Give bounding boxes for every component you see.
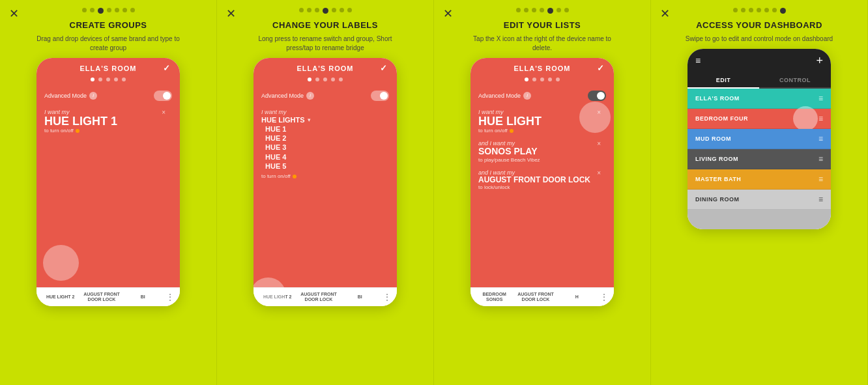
device-sub-1: to turn on/off — [44, 128, 172, 134]
device-block-3b: and I want my SONOS PLAY to play/pause B… — [478, 140, 606, 162]
room-item-living[interactable]: LIVING ROOM ≡ — [687, 149, 831, 169]
info-icon-3[interactable]: i — [523, 92, 531, 100]
phone-dot — [122, 78, 126, 81]
more-icon-1[interactable]: ⋮ — [166, 292, 175, 302]
toggle-knob-2 — [380, 92, 388, 100]
dot — [130, 8, 135, 12]
phone-nav-dots-3 — [470, 78, 614, 85]
i-want-my-2: I want my — [261, 109, 389, 115]
more-icon-2[interactable]: ⋮ — [383, 292, 392, 302]
status-dot-1 — [76, 129, 80, 133]
close-icon-3[interactable]: ✕ — [443, 7, 453, 21]
phone-dot — [525, 78, 528, 81]
room-menu-master[interactable]: ≡ — [818, 175, 823, 184]
phone-nav-dots-1 — [36, 78, 180, 85]
dashboard-phone: ≡ + EDIT CONTROL ELLA'S ROOM ≡ BEDROOM F… — [687, 49, 831, 229]
check-icon-2[interactable]: ✓ — [380, 63, 388, 73]
footer-item-3: BI — [124, 294, 162, 300]
room-label-bedroom: BEDROOM FOUR — [695, 115, 748, 122]
phone-dot — [556, 78, 560, 81]
phone-mockup-1: ELLA'S ROOM ✓ Advanced Mode i I want my — [36, 58, 180, 307]
tab-edit[interactable]: EDIT — [687, 73, 759, 89]
phone-dot — [91, 78, 94, 81]
dot — [82, 8, 87, 12]
more-icon-3[interactable]: ⋮ — [600, 292, 609, 302]
status-dot-2 — [293, 175, 297, 178]
footer-item-7: BEDROOM SONOS — [476, 292, 513, 303]
phone-dot — [315, 78, 319, 81]
room-label-living: LIVING ROOM — [695, 156, 738, 162]
phone-body-3: Advanced Mode i I want my HUE LIGHT to t… — [470, 85, 614, 287]
group-item-hue2: HUE 2 — [265, 134, 389, 143]
dash-tabs: EDIT CONTROL — [687, 73, 831, 89]
toggle-knob-3 — [597, 92, 605, 100]
tab-control[interactable]: CONTROL — [759, 73, 831, 87]
advanced-toggle-3[interactable] — [588, 91, 606, 101]
room-item-ellas[interactable]: ELLA'S ROOM ≡ — [687, 89, 831, 109]
dot — [115, 8, 119, 12]
device-sub-3c: to lock/unlock — [478, 184, 606, 190]
room-menu-dining[interactable]: ≡ — [818, 195, 823, 204]
room-menu-ellas[interactable]: ≡ — [818, 94, 823, 103]
info-icon-2[interactable]: i — [306, 92, 314, 100]
device-name-3b: SONOS PLAY — [478, 147, 606, 156]
group-header-2: HUE LIGHTS ▾ — [261, 115, 389, 124]
dot-active — [547, 8, 553, 14]
delete-icon-3a[interactable]: × — [597, 109, 601, 116]
dot — [749, 8, 753, 12]
panel-change-labels: ✕ CHANGE YOUR LABELS Long press to renam… — [217, 0, 434, 385]
circle-blob-2 — [253, 278, 286, 307]
close-icon-4[interactable]: ✕ — [660, 7, 670, 21]
close-icon-1[interactable]: ✕ — [9, 7, 19, 21]
phone-dot — [540, 78, 544, 81]
phone-body-2: Advanced Mode i I want my HUE LIGHTS ▾ H… — [253, 85, 397, 287]
check-icon-1[interactable]: ✓ — [163, 63, 171, 73]
check-icon-3[interactable]: ✓ — [597, 63, 605, 73]
phone-dot — [323, 78, 327, 81]
dot-active — [780, 8, 786, 14]
room-menu-living[interactable]: ≡ — [818, 154, 823, 164]
room-menu-mud[interactable]: ≡ — [818, 134, 823, 143]
delete-icon-3c[interactable]: × — [597, 169, 601, 177]
group-item-hue4: HUE 4 — [265, 152, 389, 162]
info-icon-1[interactable]: i — [89, 92, 97, 100]
phone-header-3: ELLA'S ROOM ✓ — [470, 58, 614, 78]
room-item-mud[interactable]: MUD ROOM ≡ — [687, 129, 831, 149]
delete-icon-1[interactable]: × — [162, 109, 166, 116]
group-item-hue1: HUE 1 — [265, 124, 389, 134]
dot — [90, 8, 94, 12]
status-dot-3 — [510, 129, 514, 133]
group-arrow-2: ▾ — [308, 117, 311, 123]
room-title-2: ELLA'S ROOM — [297, 64, 354, 72]
device-sub-3b: to play/pause Beach Vibez — [478, 157, 606, 163]
phone-nav-dots-2 — [253, 78, 397, 85]
phone-dot — [532, 78, 536, 81]
room-menu-bedroom[interactable]: ≡ — [818, 114, 823, 123]
advanced-toggle-1[interactable] — [154, 91, 172, 101]
dot — [772, 8, 777, 12]
room-item-master[interactable]: MASTER BATH ≡ — [687, 169, 831, 190]
advanced-label-3: Advanced Mode i — [478, 92, 531, 100]
advanced-toggle-2[interactable] — [371, 91, 389, 101]
phone-dot — [339, 78, 343, 81]
phone-mockup-2: ELLA'S ROOM ✓ Advanced Mode i I want my — [253, 58, 397, 307]
dot — [123, 8, 127, 12]
device-block-2: I want my HUE LIGHTS ▾ HUE 1 HUE 2 HUE 3… — [261, 109, 389, 180]
delete-icon-3b[interactable]: × — [597, 140, 601, 147]
panel-desc-3: Tap the X icon at the right of the devic… — [464, 35, 620, 53]
close-icon-2[interactable]: ✕ — [226, 7, 236, 21]
phone-dot — [548, 78, 552, 81]
dot — [764, 8, 769, 12]
plus-icon[interactable]: + — [816, 54, 823, 68]
dot — [340, 8, 344, 12]
advanced-mode-row-3: Advanced Mode i — [478, 91, 606, 101]
dot — [315, 8, 319, 12]
dot — [107, 8, 111, 12]
room-item-bedroom[interactable]: BEDROOM FOUR ≡ — [687, 109, 831, 129]
group-items-2: HUE 1 HUE 2 HUE 3 HUE 4 HUE 5 — [265, 124, 389, 171]
device-name-1: HUE LIGHT 1 — [44, 115, 172, 128]
phone-mockup-3: ELLA'S ROOM ✓ Advanced Mode i — [470, 58, 614, 307]
hamburger-icon[interactable]: ≡ — [695, 55, 701, 66]
phone-dot — [114, 78, 118, 81]
room-item-dining[interactable]: DINING ROOM ≡ — [687, 190, 831, 210]
